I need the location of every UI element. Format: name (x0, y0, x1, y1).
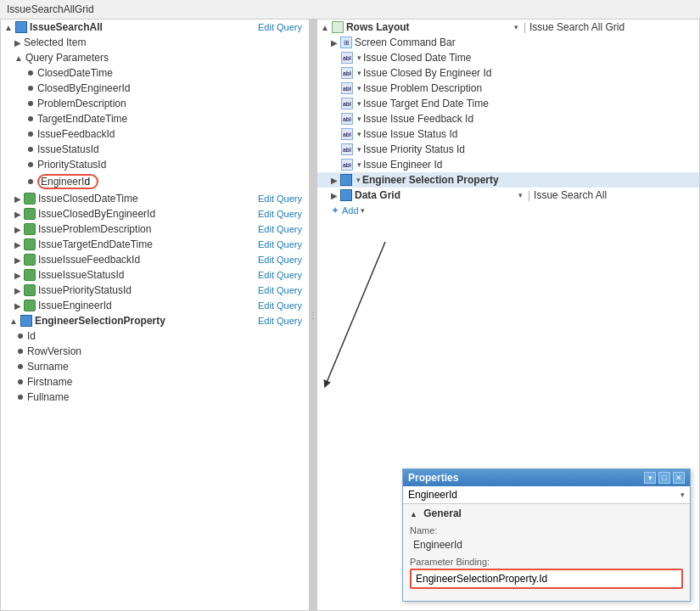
expand-arrow-icon: ▲ (9, 317, 18, 326)
root-item-label: IssueSearchAll (30, 21, 258, 33)
query-params-node[interactable]: ▲ Query Parameters (1, 50, 309, 65)
esp-id[interactable]: Id (1, 328, 309, 344)
qp-problemdescription[interactable]: ProblemDescription (1, 96, 309, 111)
dropdown-arrow-icon: ▾ (357, 99, 361, 108)
query-issuecloseddatetime[interactable]: ▶ IssueClosedDateTime Edit Query (1, 191, 309, 206)
bullet-icon (28, 179, 33, 184)
qp-label: ProblemDescription (37, 98, 305, 109)
bullet-icon (28, 132, 33, 137)
qp-engineerid[interactable]: EngineerId (1, 172, 309, 191)
issue-closed-date-time-node[interactable]: abl ▾ Issue Closed Date Time (317, 50, 699, 65)
rows-layout-header[interactable]: ▲ Rows Layout ▾ | Issue Search All Grid (317, 20, 699, 35)
edit-query-link[interactable]: Edit Query (258, 285, 305, 295)
screen-command-bar-node[interactable]: ▶ ⊞ Screen Command Bar (317, 35, 699, 50)
data-grid-node[interactable]: ▶ Data Grid ▾ | Issue Search All (317, 188, 699, 203)
query-icon (24, 300, 36, 311)
expand-arrow-icon: ▲ (14, 53, 23, 63)
expand-arrow-icon: ▶ (14, 225, 21, 234)
qp-issuefeedbackid[interactable]: IssueFeedbackId (1, 126, 309, 142)
props-expand-icon: ▲ (410, 510, 417, 519)
edit-query-link[interactable]: Edit Query (258, 239, 305, 249)
issue-priority-status-id-node[interactable]: abl ▾ Issue Priority Status Id (317, 142, 699, 157)
query-icon (24, 208, 36, 220)
right-item-label: Issue Closed By Engineer Id (363, 67, 696, 79)
expand-arrow-icon: ▲ (4, 23, 13, 32)
pipe-separator: | (524, 21, 526, 33)
tree-root-item[interactable]: ▲ IssueSearchAll Edit Query (1, 20, 309, 35)
issue-feedback-id-node[interactable]: abl ▾ Issue Issue Feedback Id (317, 111, 699, 126)
esp-id-label: Id (27, 330, 305, 342)
props-dropdown-bar[interactable]: EngineerId ▾ (403, 486, 690, 504)
issue-engineer-id-node[interactable]: abl ▾ Issue Engineer Id (317, 157, 699, 172)
edit-query-link[interactable]: Edit Query (258, 224, 305, 234)
dropdown-arrow-icon: ▾ (357, 160, 361, 169)
qp-closeddatetime[interactable]: ClosedDateTime (1, 65, 309, 81)
query-issueproblem[interactable]: ▶ IssueProblemDescription Edit Query (1, 221, 309, 237)
dropdown-arrow-icon: ▾ (357, 130, 361, 138)
edit-query-link[interactable]: Edit Query (258, 300, 305, 311)
engineer-selection-node[interactable]: ▲ EngineerSelectionProperty Edit Query (1, 313, 309, 328)
data-grid-value: Issue Search All (534, 189, 696, 201)
query-icon (24, 223, 36, 235)
query-label: IssueTargetEndDateTime (38, 238, 258, 250)
dropdown-arrow-icon: ▾ (514, 23, 518, 31)
query-issueissuefeedback[interactable]: ▶ IssueIssueFeedbackId Edit Query (1, 252, 309, 267)
props-param-binding-input[interactable] (410, 569, 683, 589)
qp-label: EngineerI (41, 176, 84, 188)
edit-query-link[interactable]: Edit Query (258, 193, 305, 204)
edit-query-link[interactable]: Edit Query (258, 255, 305, 265)
add-label[interactable]: Add (342, 205, 359, 216)
abl-icon: abl (341, 143, 353, 155)
qp-closedbyengineerid[interactable]: ClosedByEngineerId (1, 81, 309, 96)
left-panel: ▲ IssueSearchAll Edit Query ▶ Selected I… (0, 19, 310, 611)
props-restore-button[interactable]: □ (658, 472, 670, 484)
right-item-label: Issue Priority Status Id (363, 143, 696, 155)
props-name-label: Name: (410, 525, 683, 535)
panel-divider[interactable]: ⋮ (310, 19, 316, 611)
rows-icon (332, 21, 344, 33)
dropdown-arrow-icon: ▾ (357, 84, 361, 92)
selected-item-node[interactable]: ▶ Selected Item (1, 35, 309, 50)
issue-target-end-date-node[interactable]: abl ▾ Issue Target End Date Time (317, 96, 699, 111)
bullet-icon (28, 162, 33, 167)
qp-targetenddatetime[interactable]: TargetEndDateTime (1, 111, 309, 126)
props-close-button[interactable]: ✕ (673, 472, 685, 484)
engineer-selection-property-node[interactable]: ▶ ▾ Engineer Selection Property (317, 172, 699, 188)
issue-closed-by-engineer-id-node[interactable]: abl ▾ Issue Closed By Engineer Id (317, 65, 699, 81)
qp-label-d: d (84, 176, 90, 188)
right-item-label: Issue Issue Status Id (363, 128, 696, 140)
root-edit-query-link[interactable]: Edit Query (258, 22, 305, 32)
query-issueissuestatus[interactable]: ▶ IssueIssueStatusId Edit Query (1, 267, 309, 283)
esp-rowversion[interactable]: RowVersion (1, 344, 309, 359)
query-issueprioritystatusid[interactable]: ▶ IssuePriorityStatusId Edit Query (1, 283, 309, 298)
query-icon (24, 254, 36, 266)
expand-arrow-icon: ▶ (14, 194, 21, 204)
qp-issuestatusid[interactable]: IssueStatusId (1, 142, 309, 157)
right-item-label: Issue Issue Feedback Id (363, 113, 696, 125)
query-issueengineerid[interactable]: ▶ IssueEngineerId Edit Query (1, 298, 309, 313)
edit-query-link[interactable]: Edit Query (258, 209, 305, 219)
esp-firstname[interactable]: Firstname (1, 374, 309, 390)
expand-arrow-icon: ▶ (14, 240, 21, 249)
query-issueclosedbyengineerid[interactable]: ▶ IssueClosedByEngineerId Edit Query (1, 206, 309, 221)
data-grid-label: Data Grid (355, 189, 517, 201)
add-node[interactable]: ✦ Add ▾ (317, 203, 699, 218)
esp-fullname[interactable]: Fullname (1, 390, 309, 405)
edit-query-link[interactable]: Edit Query (258, 270, 305, 280)
app-title: IssueSearchAllGrid (7, 3, 94, 15)
bullet-icon (18, 349, 23, 354)
grid-icon (340, 174, 352, 186)
main-container: IssueSearchAllGrid ▲ IssueSearchAll Edit… (0, 0, 700, 611)
issue-status-id-node[interactable]: abl ▾ Issue Issue Status Id (317, 126, 699, 142)
props-pin-button[interactable]: ▾ (644, 472, 656, 484)
engineer-edit-query-link[interactable]: Edit Query (258, 316, 305, 326)
screen-icon: ⊞ (340, 36, 352, 48)
query-issuetarget[interactable]: ▶ IssueTargetEndDateTime Edit Query (1, 237, 309, 252)
rows-layout-label: Rows Layout (346, 21, 512, 33)
esp-surname[interactable]: Surname (1, 359, 309, 374)
props-section-general: ▲ General (403, 504, 690, 523)
qp-prioritystatusid[interactable]: PriorityStatusId (1, 157, 309, 172)
issue-problem-description-node[interactable]: abl ▾ Issue Problem Description (317, 81, 699, 96)
bullet-icon (28, 147, 33, 152)
bullet-icon (18, 364, 23, 369)
